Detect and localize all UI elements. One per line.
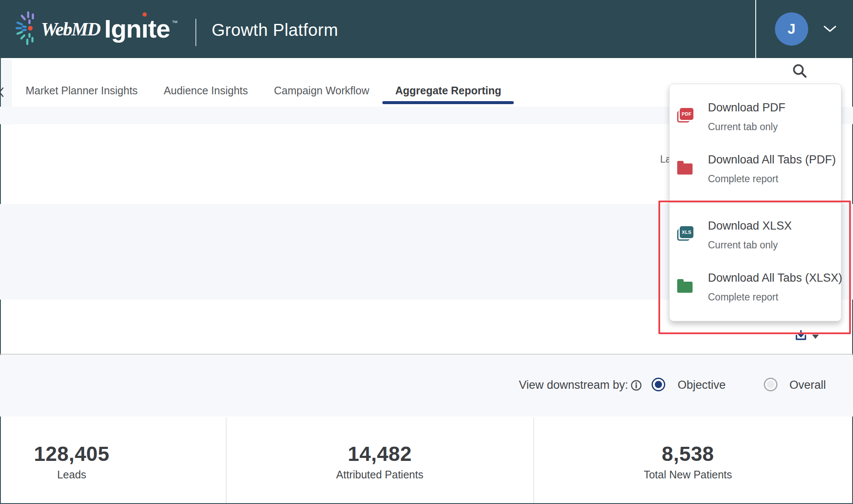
stat-attributed-patients-value: 14,482 xyxy=(308,442,451,466)
tab-audience-insights[interactable]: Audience Insights xyxy=(164,84,248,97)
brand-ignite: Ignıte xyxy=(104,16,170,42)
download-caret-icon[interactable] xyxy=(812,335,819,339)
menu-item-subtitle: Complete report xyxy=(708,172,778,185)
tab-campaign-workflow[interactable]: Campaign Workflow xyxy=(274,84,369,97)
section-divider xyxy=(0,354,853,355)
menu-item-download-all-tabs-xlsx[interactable]: Download All Tabs (XLSX) Complete report xyxy=(677,271,835,312)
avatar-initial: J xyxy=(788,21,795,37)
stat-leads-value: 128,405 xyxy=(0,442,143,466)
stat-divider xyxy=(226,417,227,503)
user-avatar[interactable]: J xyxy=(775,12,808,46)
folder-icon xyxy=(677,282,693,293)
menu-item-title: Download All Tabs (PDF) xyxy=(708,152,836,167)
pdf-file-icon: PDF xyxy=(677,108,693,122)
radio-overall-label[interactable]: Overall xyxy=(789,378,826,392)
menu-item-subtitle: Current tab only xyxy=(708,239,778,251)
radio-objective-label[interactable]: Objective xyxy=(678,378,726,392)
tab-aggregate-reporting[interactable]: Aggregate Reporting xyxy=(395,84,501,97)
trademark-symbol: ™ xyxy=(172,19,178,26)
brand-divider xyxy=(195,19,196,46)
stat-attributed-patients-label: Attributed Patients xyxy=(308,469,451,481)
account-chevron-down-icon[interactable] xyxy=(823,25,837,33)
menu-item-title: Download PDF xyxy=(708,100,786,115)
download-icon[interactable] xyxy=(795,329,807,342)
stat-total-new-patients-label: Total New Patients xyxy=(616,469,760,481)
brand-wordmark: WebMD Ignıte ™ xyxy=(41,0,178,58)
menu-item-title: Download XLSX xyxy=(708,218,792,233)
view-downstream-label: View downstream by: xyxy=(444,378,628,392)
header-separator xyxy=(755,0,756,58)
stat-divider xyxy=(533,417,534,503)
ignite-red-dot xyxy=(143,12,147,17)
menu-item-title: Download All Tabs (XLSX) xyxy=(708,271,842,285)
brand-webmd: WebMD xyxy=(41,18,100,40)
radio-overall[interactable] xyxy=(764,378,777,391)
stat-leads-label: Leads xyxy=(0,469,143,481)
search-icon[interactable] xyxy=(791,63,809,81)
menu-item-download-all-tabs-pdf[interactable]: Download All Tabs (PDF) Complete report xyxy=(677,152,835,193)
app-root: WebMD Ignıte ™ Growth Platform J Market … xyxy=(0,0,853,504)
tab-market-planner-insights[interactable]: Market Planner Insights xyxy=(26,84,138,97)
menu-item-download-xlsx[interactable]: XLS Download XLSX Current tab only xyxy=(677,218,835,259)
app-header: WebMD Ignıte ™ Growth Platform J xyxy=(0,0,853,58)
menu-divider xyxy=(670,202,841,203)
xls-file-icon: XLS xyxy=(677,226,693,241)
radio-objective[interactable] xyxy=(652,378,665,391)
product-name: Growth Platform xyxy=(212,0,338,60)
menu-item-subtitle: Complete report xyxy=(708,291,778,303)
menu-item-subtitle: Current tab only xyxy=(708,120,778,133)
webmd-ignite-starburst-icon xyxy=(15,10,35,46)
folder-icon xyxy=(677,163,693,175)
download-menu: PDF Download PDF Current tab only Downlo… xyxy=(669,84,841,321)
menu-item-download-pdf[interactable]: PDF Download PDF Current tab only xyxy=(677,100,835,141)
stat-total-new-patients-value: 8,538 xyxy=(616,442,760,466)
info-icon[interactable] xyxy=(630,379,642,391)
